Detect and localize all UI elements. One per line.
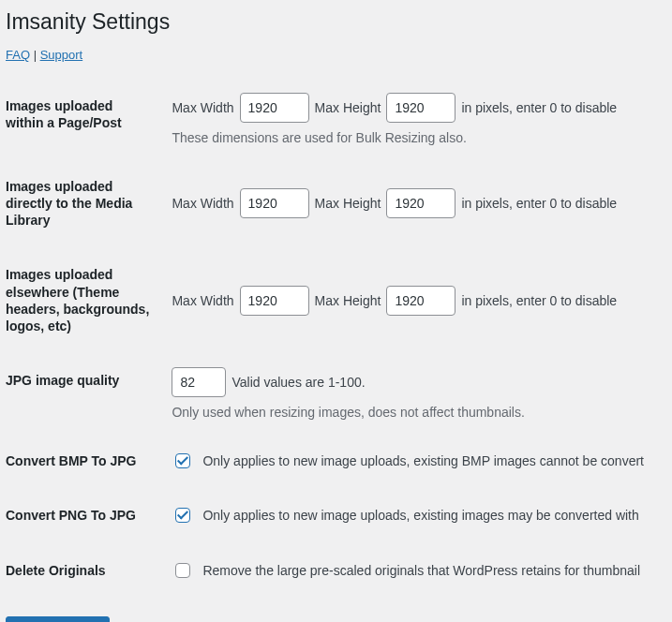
px-hint: in pixels, enter 0 to disable <box>461 100 617 115</box>
within-post-width-input[interactable] <box>240 93 309 123</box>
row-heading-within-post: Images uploaded within a Page/Post <box>6 79 162 159</box>
row-heading-jpg-quality: JPG image quality <box>6 353 162 434</box>
delete-originals-label: Remove the large pre-scaled originals th… <box>202 563 640 578</box>
settings-table: Images uploaded within a Page/Post Max W… <box>6 79 653 598</box>
row-heading-delete-originals: Delete Originals <box>6 543 162 598</box>
max-width-label: Max Width <box>172 100 233 115</box>
page-title: Imsanity Settings <box>6 0 653 40</box>
save-changes-button[interactable]: Save Changes <box>6 616 110 622</box>
bmp-to-jpg-label: Only applies to new image uploads, exist… <box>202 453 644 468</box>
px-hint: in pixels, enter 0 to disable <box>461 196 617 211</box>
max-height-label: Max Height <box>315 196 381 211</box>
max-height-label: Max Height <box>315 293 381 308</box>
max-height-label: Max Height <box>315 100 381 115</box>
row-heading-png-to-jpg: Convert PNG To JPG <box>6 488 162 542</box>
within-post-description: These dimensions are used for Bulk Resiz… <box>172 130 644 145</box>
bmp-to-jpg-checkbox[interactable] <box>175 453 190 468</box>
jpg-quality-input[interactable] <box>172 367 226 397</box>
help-links: FAQ | Support <box>6 48 653 62</box>
elsewhere-height-input[interactable] <box>386 286 455 316</box>
row-heading-bmp-to-jpg: Convert BMP To JPG <box>6 434 162 488</box>
max-width-label: Max Width <box>172 196 233 211</box>
row-heading-media-library: Images uploaded directly to the Media Li… <box>6 159 162 248</box>
png-to-jpg-checkbox[interactable] <box>175 508 190 523</box>
media-library-height-input[interactable] <box>386 188 455 218</box>
jpg-quality-description: Only used when resizing images, does not… <box>172 405 644 420</box>
support-link[interactable]: Support <box>40 48 83 62</box>
faq-link[interactable]: FAQ <box>6 48 30 62</box>
jpg-quality-hint: Valid values are 1-100. <box>231 375 365 390</box>
px-hint: in pixels, enter 0 to disable <box>461 293 617 308</box>
row-heading-elsewhere: Images uploaded elsewhere (Theme headers… <box>6 247 162 353</box>
png-to-jpg-label: Only applies to new image uploads, exist… <box>202 508 638 523</box>
elsewhere-width-input[interactable] <box>240 286 309 316</box>
max-width-label: Max Width <box>172 293 233 308</box>
media-library-width-input[interactable] <box>240 188 309 218</box>
link-separator: | <box>30 48 40 62</box>
within-post-height-input[interactable] <box>386 93 455 123</box>
delete-originals-checkbox[interactable] <box>175 563 190 578</box>
